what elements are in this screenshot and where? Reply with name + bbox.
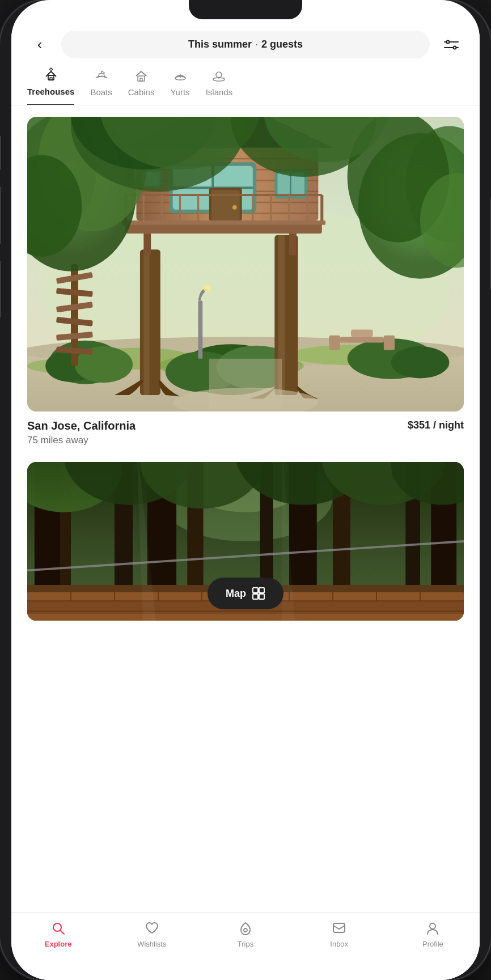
listing-image-1 — [27, 117, 464, 411]
svg-rect-99 — [351, 330, 373, 337]
svg-rect-100 — [384, 336, 395, 350]
inbox-icon — [331, 920, 347, 936]
nav-profile-label: Profile — [422, 940, 443, 948]
svg-point-15 — [216, 72, 222, 78]
svg-rect-144 — [259, 588, 264, 593]
profile-icon — [425, 920, 441, 936]
svg-point-149 — [244, 928, 247, 932]
nav-explore[interactable]: Explore — [11, 920, 105, 948]
map-grid-icon — [252, 587, 265, 600]
listing-card-2[interactable]: Map — [27, 462, 464, 621]
svg-rect-143 — [253, 588, 258, 593]
nav-profile[interactable]: Profile — [386, 920, 480, 948]
tab-boats-label: Boats — [90, 87, 112, 97]
tab-treehouses[interactable]: Treehouses — [27, 67, 74, 105]
treehouse-image-svg — [27, 117, 464, 411]
svg-rect-145 — [253, 594, 258, 599]
svg-point-151 — [430, 923, 435, 929]
search-separator: · — [255, 39, 258, 50]
bottom-nav: Explore Wishlists Trips — [11, 912, 480, 980]
boats-tab-icon — [94, 68, 109, 84]
cabins-tab-icon — [133, 68, 149, 84]
tab-islands[interactable]: Islands — [206, 68, 233, 105]
nav-explore-label: Explore — [45, 940, 72, 948]
svg-rect-146 — [259, 594, 264, 599]
listing-distance-1: 75 miles away — [27, 435, 136, 446]
svg-rect-83 — [198, 300, 203, 359]
search-guests-text: 2 guests — [261, 39, 303, 50]
listing-details-1: San Jose, California 75 miles away — [27, 419, 136, 446]
nav-trips[interactable]: Trips — [198, 920, 292, 948]
tab-islands-label: Islands — [206, 87, 233, 97]
tab-cabins[interactable]: Cabins — [128, 68, 155, 105]
listing-card-1[interactable]: San Jose, California 75 miles away $351 … — [27, 117, 464, 446]
svg-rect-39 — [122, 220, 325, 225]
screen-content: ‹ This summer · 2 guests — [11, 19, 480, 980]
tab-treehouses-label: Treehouses — [27, 87, 74, 96]
tab-yurts[interactable]: Yurts — [170, 68, 189, 105]
listing-image-2: Map — [27, 462, 464, 621]
search-date-text: This summer — [188, 39, 252, 50]
map-button-label: Map — [226, 588, 246, 600]
back-arrow-icon: ‹ — [37, 36, 43, 53]
svg-point-62 — [232, 205, 237, 210]
svg-point-84 — [204, 285, 211, 292]
main-content: San Jose, California 75 miles away $351 … — [11, 105, 480, 980]
nav-wishlists-label: Wishlists — [137, 940, 166, 948]
svg-rect-98 — [340, 337, 384, 342]
nav-inbox[interactable]: Inbox — [293, 920, 386, 948]
treehouse-tab-icon — [43, 67, 59, 83]
phone-frame: ‹ This summer · 2 guests — [0, 0, 491, 980]
nav-inbox-label: Inbox — [330, 940, 348, 948]
svg-rect-41 — [289, 234, 297, 256]
explore-icon — [50, 920, 66, 936]
nav-trips-label: Trips — [238, 940, 253, 948]
svg-rect-103 — [209, 359, 282, 410]
tab-cabins-label: Cabins — [128, 87, 155, 97]
svg-rect-40 — [143, 234, 151, 256]
notch — [189, 0, 302, 19]
filter-button[interactable] — [439, 32, 464, 57]
header: ‹ This summer · 2 guests — [11, 19, 480, 67]
svg-rect-150 — [333, 923, 345, 932]
svg-rect-7 — [50, 78, 52, 80]
svg-point-33 — [391, 346, 450, 378]
filter-icon — [443, 37, 459, 53]
svg-rect-101 — [329, 336, 340, 350]
nav-wishlists[interactable]: Wishlists — [105, 920, 198, 948]
trips-icon — [238, 920, 253, 936]
yurts-tab-icon — [172, 68, 188, 84]
map-button-container: Map — [27, 578, 464, 609]
listing-price-1: $351 / night — [408, 419, 464, 431]
search-pill[interactable]: This summer · 2 guests — [61, 31, 430, 58]
listing-info-1: San Jose, California 75 miles away $351 … — [27, 419, 464, 446]
islands-tab-icon — [211, 68, 227, 84]
category-tabs: Treehouses Boats — [11, 67, 480, 105]
back-button[interactable]: ‹ — [27, 32, 52, 57]
map-button[interactable]: Map — [208, 578, 283, 609]
tab-boats[interactable]: Boats — [90, 68, 112, 105]
phone-screen: ‹ This summer · 2 guests — [11, 0, 480, 980]
svg-line-148 — [60, 931, 64, 935]
svg-rect-35 — [143, 249, 149, 395]
listing-location-1: San Jose, California — [27, 419, 136, 432]
svg-rect-34 — [140, 249, 160, 395]
wishlists-icon — [144, 920, 160, 936]
tab-yurts-label: Yurts — [170, 87, 189, 97]
svg-rect-128 — [27, 614, 464, 621]
